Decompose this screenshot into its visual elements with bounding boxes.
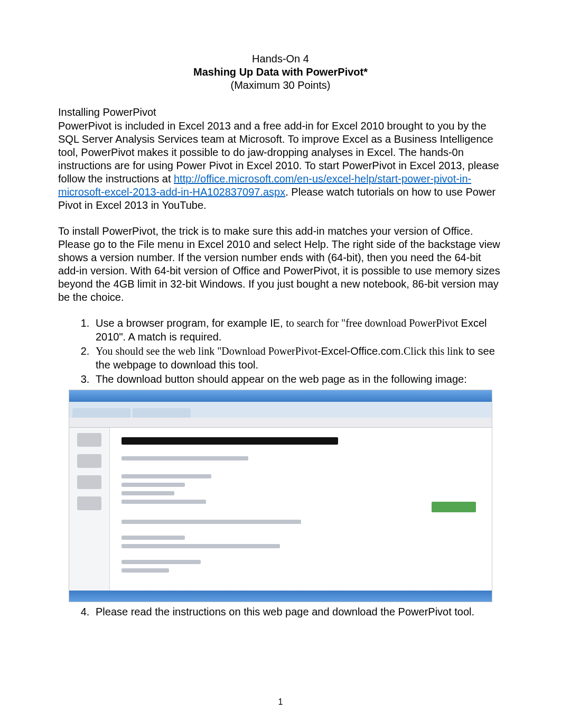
step-3: The download button should appear on the…: [92, 373, 503, 386]
step-3-text: The download button should appear on the…: [96, 373, 467, 385]
browser-tab: [133, 408, 191, 418]
intro-paragraph: PowerPivot is included in Excel 2013 and…: [58, 119, 503, 212]
text-line: [121, 544, 280, 548]
download-page-screenshot: [69, 390, 492, 602]
section-heading-installing: Installing PowerPivot: [58, 106, 503, 118]
text-line: [121, 520, 301, 524]
text-line: [121, 474, 211, 478]
sidebar-item: [77, 475, 101, 489]
step-2: You should see the web link "Download Po…: [92, 345, 503, 372]
points-label: (Maximum 30 Points): [58, 79, 503, 91]
step-2-text-c: Click this link: [404, 345, 466, 357]
browser-body: [69, 428, 492, 591]
download-button[interactable]: [432, 502, 476, 512]
sidebar-item: [77, 433, 101, 447]
install-paragraph: To install PowerPivot, the trick is to m…: [58, 225, 503, 304]
document-title: Mashing Up Data with PowerPivot*: [58, 66, 503, 78]
step-4: Please read the instructions on this web…: [92, 605, 503, 619]
step-1-text-b: to search for "free download PowerPivot: [286, 317, 461, 329]
text-line: [121, 500, 206, 504]
browser-titlebar: [69, 390, 492, 402]
text-line: [121, 483, 185, 487]
browser-tab: [72, 408, 130, 418]
step-2-text-b: -Excel-Office.com.: [317, 345, 404, 357]
browser-toolbar: [69, 418, 492, 428]
text-line: [121, 491, 174, 495]
steps-list-continued: Please read the instructions on this web…: [58, 605, 503, 619]
sidebar-item: [77, 496, 101, 510]
screenshot-wrapper: [69, 390, 503, 602]
step-1: Use a browser program, for example IE, t…: [92, 317, 503, 344]
text-line: [121, 536, 185, 540]
page-sidebar: [69, 428, 110, 591]
text-line: [121, 456, 248, 460]
browser-taskbar: [69, 591, 492, 602]
browser-tab-row: [69, 402, 492, 418]
hands-on-label: Hands-On 4: [58, 53, 503, 65]
step-1-text-a: Use a browser program, for example IE,: [96, 317, 286, 329]
text-line: [121, 568, 169, 573]
document-page: Hands-On 4 Mashing Up Data with PowerPiv…: [0, 0, 561, 728]
step-2-text-a: You should see the web link "Download Po…: [96, 345, 317, 357]
text-line: [121, 560, 201, 564]
page-number: 1: [0, 697, 561, 707]
step-4-text: Please read the instructions on this web…: [96, 606, 474, 618]
page-main: [110, 428, 492, 591]
page-heading-bar: [121, 437, 338, 445]
steps-list: Use a browser program, for example IE, t…: [58, 317, 503, 386]
sidebar-item: [77, 454, 101, 468]
